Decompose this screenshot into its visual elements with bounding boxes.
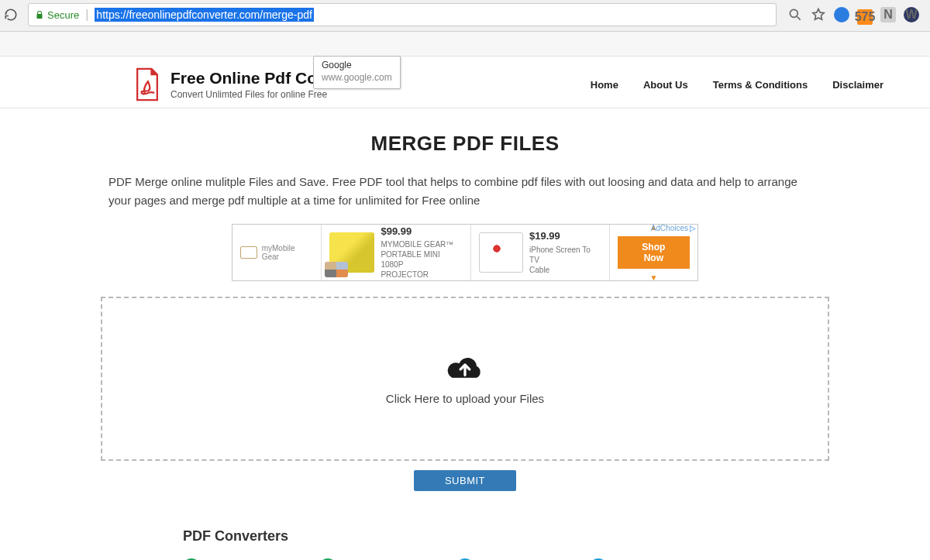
extension-icon[interactable] (834, 7, 849, 22)
logo[interactable]: Free Online Pdf Co Convert Unlimted File… (132, 67, 327, 101)
url-text[interactable]: https://freeonlinepdfconverter.com/merge… (95, 8, 314, 22)
hover-tooltip: Google www.google.com (313, 56, 401, 89)
nav-home[interactable]: Home (591, 79, 618, 91)
ad-product-1[interactable]: $99.99 MYMOBILE GEAR™ PORTABLE MINI 1080… (322, 225, 470, 280)
browser-actions: 575 N W (783, 7, 924, 22)
ad-product-image (479, 232, 523, 273)
extension-n-icon[interactable]: N (880, 7, 896, 22)
arrow-down-icon[interactable]: ▼ (649, 273, 657, 282)
converters-section: PDF Converters 📄word to pdf📄pdf to word📄… (108, 528, 822, 560)
adchoices-label[interactable]: AdChoices▷ (651, 224, 696, 232)
adchoices-icon: ▷ (690, 224, 696, 232)
pdf-logo-icon (132, 67, 163, 101)
nav-about[interactable]: About Us (643, 79, 688, 91)
ad-banner[interactable]: AdChoices▷ myMobile Gear $99.99 MYMOBILE… (232, 224, 698, 281)
ad-product-2[interactable]: $19.99 iPhone Screen To TV Cable (471, 225, 610, 280)
tooltip-title: Google (322, 60, 392, 72)
nav-terms[interactable]: Terms & Conditions (713, 79, 808, 91)
extension-badge: 575 (857, 9, 873, 25)
shop-now-button[interactable]: Shop Now (618, 236, 690, 269)
site-header: Free Online Pdf Co Convert Unlimted File… (0, 57, 930, 108)
secure-indicator: Secure (35, 9, 79, 21)
browser-toolbar: Secure | https://freeonlinepdfconverter.… (0, 0, 930, 32)
lock-icon (35, 10, 44, 19)
upload-label: Click Here to upload your Files (386, 392, 544, 405)
tooltip-url: www.google.com (322, 72, 392, 84)
reload-icon (4, 8, 18, 22)
page-description: PDF Merge online mulitple Files and Save… (108, 173, 822, 210)
converters-title: PDF Converters (183, 528, 790, 545)
bookmark-shelf (0, 32, 930, 57)
divider: | (85, 8, 88, 22)
secure-label: Secure (47, 9, 79, 21)
ad-price: $19.99 (529, 230, 601, 243)
nav-disclaimer[interactable]: Disclaimer (832, 79, 884, 91)
monitor-icon (240, 246, 257, 259)
ad-price: $99.99 (381, 225, 462, 239)
svg-point-0 (790, 9, 797, 17)
extension-rss-icon[interactable]: 575 (857, 7, 873, 22)
bookmark-star-icon[interactable] (811, 7, 826, 22)
ad-product-thumb (325, 262, 348, 277)
reload-button[interactable] (0, 4, 22, 26)
upload-dropzone[interactable]: Click Here to upload your Files (101, 297, 829, 461)
cloud-upload-icon (444, 353, 486, 384)
zoom-icon[interactable] (787, 7, 803, 22)
ad-brand: myMobile Gear (232, 225, 322, 280)
ad-cta: ▲ Shop Now ▼ (610, 225, 698, 280)
extension-w-icon[interactable]: W (904, 7, 919, 22)
site-title: Free Online Pdf Co (170, 69, 327, 88)
submit-button[interactable]: SUBMIT (414, 470, 516, 491)
page-title: MERGE PDF FILES (108, 132, 822, 156)
address-bar[interactable]: Secure | https://freeonlinepdfconverter.… (28, 3, 777, 26)
main-content: MERGE PDF FILES PDF Merge online mulitpl… (78, 108, 852, 560)
site-tagline: Convert Unlimted Files for online Free (170, 89, 327, 100)
primary-nav: Home About Us Terms & Conditions Disclai… (591, 79, 884, 91)
